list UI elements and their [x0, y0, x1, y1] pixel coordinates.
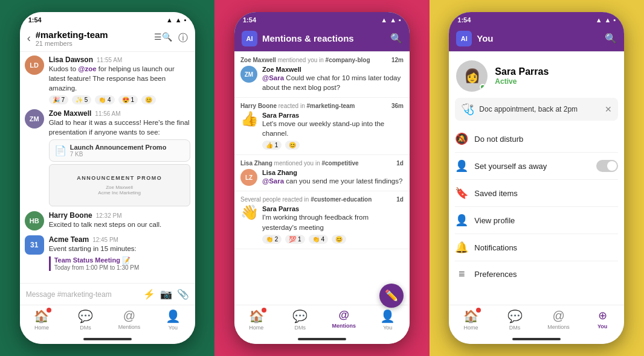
nav-mentions-label-3: Mentions: [547, 324, 570, 330]
input-placeholder[interactable]: Message #marketing-team: [26, 290, 138, 299]
menu-set-away[interactable]: 👤 Set yourself as away: [455, 153, 618, 180]
mention-name-4: Sara Parras: [262, 205, 299, 212]
react-smile[interactable]: 😊: [285, 141, 300, 150]
nav-you-3[interactable]: ⊕ You: [581, 308, 625, 332]
search-filter-icon[interactable]: ☰🔍: [154, 32, 172, 45]
nav-mentions-3[interactable]: @ Mentions: [536, 308, 581, 332]
reactions-lisa: 🎉 7 ✨ 5 👏 4 😍 1 😊: [49, 95, 190, 104]
ai-badge-3: AI: [456, 31, 472, 46]
battery-icon-1: ▪: [184, 16, 187, 24]
nav-you-2[interactable]: 👤 You: [365, 308, 410, 332]
mention-text-4: I'm working through feedback from yester…: [262, 212, 404, 232]
mention-text-2: Let's move our weekly stand-up into the …: [262, 119, 404, 138]
message-input-bar[interactable]: Message #marketing-team ⚡ 📷 📎: [20, 283, 195, 305]
status-msg-text: Doc appointment, back at 2pm: [479, 105, 600, 113]
nav-you-label-2: You: [383, 325, 392, 331]
online-indicator: [480, 84, 486, 90]
nav-dms-label-2: DMs: [294, 325, 306, 331]
bottom-nav-3: 🏠 Home 💬 DMs @ Mentions ⊕ You: [449, 305, 624, 335]
reaction-smile[interactable]: 😊: [141, 95, 156, 104]
react-clap2-4[interactable]: 👏 4: [309, 235, 328, 244]
nav-dms-1[interactable]: 💬 DMs: [63, 308, 108, 332]
wifi-icon-2: ▲: [381, 16, 387, 24]
menu-saved-items[interactable]: 🔖 Saved items: [455, 180, 618, 207]
away-icon: 👤: [455, 159, 468, 173]
react-thumb[interactable]: 👍 1: [262, 141, 282, 150]
time-zoe: 11:56 AM: [95, 110, 120, 117]
nav-mentions-1[interactable]: @ Mentions: [108, 308, 152, 332]
away-toggle[interactable]: [596, 160, 618, 172]
right-section: 1:54 ▲ ▲ ▪ AI You 🔍 👩: [430, 0, 644, 356]
react-100-4[interactable]: 💯 1: [285, 235, 304, 244]
menu-preferences[interactable]: ≡ Preferences: [455, 261, 618, 287]
file-preview: ANNOUNCEMENT PROMO Zoe Maxwell Acme Inc …: [49, 164, 190, 206]
calendar-event[interactable]: Team Status Meeting 📝 Today from 1:00 PM…: [49, 256, 190, 271]
fab-button[interactable]: ✏️: [379, 284, 404, 308]
search-icon-3[interactable]: 🔍: [605, 33, 617, 44]
nav-home-1[interactable]: 🏠 Home: [20, 308, 64, 332]
nav-home-2[interactable]: 🏠 Home: [234, 308, 279, 332]
text-zoe: Glad to hear it was a success! Here's th…: [49, 118, 190, 137]
nav-you-1[interactable]: 👤 You: [151, 308, 195, 332]
status-message-bar[interactable]: 🩺 Doc appointment, back at 2pm ✕: [455, 98, 618, 121]
reaction-thumb-2: 👍: [240, 112, 259, 126]
mentions-header: AI Mentions & reactions 🔍: [234, 25, 410, 52]
ai-badge-2: AI: [242, 31, 257, 46]
mention-name-3: Lisa Zhang: [262, 169, 297, 176]
mention-text-1: @Sara Could we chat for 10 mins later to…: [262, 73, 404, 92]
time-lisa: 11:55 AM: [97, 57, 122, 63]
reaction-sparkle[interactable]: ✨ 5: [72, 95, 91, 104]
phone-2: 1:54 ▲ ▲ ▪ AI Mentions & reactions 🔍: [234, 12, 410, 344]
battery-icon-2: ▪: [399, 16, 401, 24]
notif-icon: 🔔: [455, 241, 468, 254]
event-link[interactable]: Team Status Meeting 📝: [54, 256, 190, 264]
back-button-1[interactable]: ‹: [27, 32, 31, 45]
mention-item-3: Lisa Zhang mentioned you in #competitive…: [234, 155, 410, 191]
nav-dms-3[interactable]: 💬 DMs: [493, 308, 537, 332]
mention-name-2: Sara Parras: [262, 112, 299, 119]
mentions-content: Zoe Maxwell mentioned you in #company-bl…: [234, 52, 410, 305]
meta-channel-2: #marketing-team: [306, 103, 355, 109]
preview-sub2: Acme Inc Marketing: [98, 190, 141, 195]
nav-mentions-label-1: Mentions: [118, 324, 141, 330]
file-name: Launch Announcement Promo: [70, 144, 167, 151]
meta-channel-1: #company-blog: [326, 57, 370, 63]
saved-icon: 🔖: [455, 186, 468, 200]
status-msg-close-icon[interactable]: ✕: [605, 104, 612, 114]
wifi-icon-1: ▲: [166, 16, 173, 24]
phone-3: 1:54 ▲ ▲ ▪ AI You 🔍 👩: [449, 12, 624, 344]
nav-mentions-2[interactable]: @ Mentions: [322, 308, 366, 332]
home-indicator-1: [20, 335, 195, 344]
reaction-party[interactable]: 🎉 7: [49, 95, 68, 104]
nav-home-3[interactable]: 🏠 Home: [449, 308, 493, 332]
channel-title: #marketing-team: [36, 30, 154, 40]
profile-name: Sara Parras: [495, 66, 549, 77]
nav-dms-2[interactable]: 💬 DMs: [278, 308, 322, 332]
camera-icon[interactable]: 📷: [160, 288, 172, 300]
file-attachment[interactable]: 📄 Launch Announcement Promo 7 KB: [49, 139, 190, 162]
profile-icon: 👤: [455, 214, 468, 227]
menu-view-profile[interactable]: 👤 View profile: [455, 207, 618, 234]
name-lisa: Lisa Dawson: [49, 56, 93, 64]
chat-header: ‹ #marketing-team 21 members ☰🔍 ⓘ: [20, 25, 195, 52]
signal-icon-1: ▲: [175, 16, 182, 24]
mention-message-3: LZ Lisa Zhang @Sara can you send me your…: [240, 169, 404, 186]
attach-icon[interactable]: 📎: [177, 288, 189, 300]
reaction-heart[interactable]: 😍 1: [118, 95, 138, 104]
mention-item-1: Zoe Maxwell mentioned you in #company-bl…: [234, 52, 410, 98]
mention-meta-4: Several people reacted in #customer-educ…: [240, 196, 404, 203]
menu-do-not-disturb[interactable]: 🔕 Do not disturb: [455, 126, 618, 153]
info-icon[interactable]: ⓘ: [178, 32, 188, 45]
reaction-clap[interactable]: 👏 4: [95, 95, 114, 104]
name-harry: Harry Boone: [49, 211, 92, 220]
reactions-2: 👍 1 😊: [262, 141, 404, 150]
signal-icon-3: ▲: [605, 16, 611, 24]
search-icon-2[interactable]: 🔍: [390, 33, 402, 44]
mention-message-1: ZM Zoe Maxwell @Sara Could we chat for 1…: [240, 66, 404, 92]
lightning-icon[interactable]: ⚡: [143, 288, 155, 300]
notif-label: Notifications: [474, 243, 618, 252]
chat-content: LD Lisa Dawson 11:55 AM Kudos to @zoe fo…: [20, 52, 195, 283]
react-smile-4[interactable]: 😊: [332, 235, 346, 244]
menu-notifications[interactable]: 🔔 Notifications: [455, 234, 618, 261]
react-clap-4[interactable]: 👏 2: [262, 235, 282, 244]
